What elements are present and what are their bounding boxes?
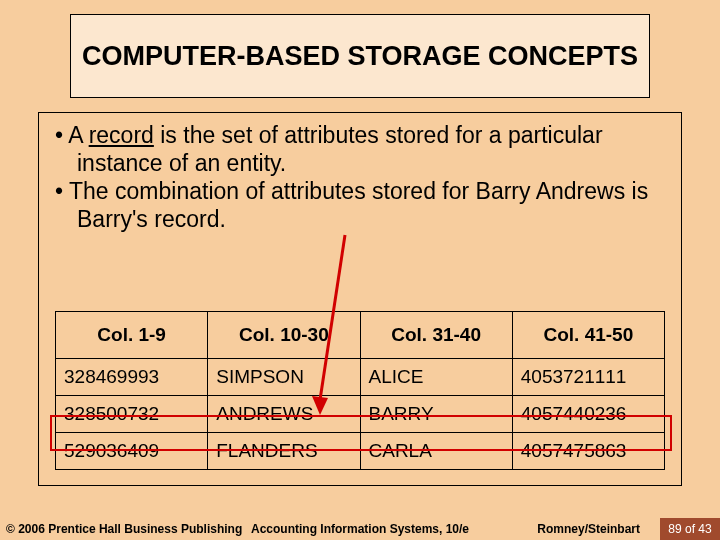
footer: Accounting Information Systems, 10/e © 2… [0, 518, 720, 540]
col-header: Col. 10-30 [208, 312, 360, 359]
table-row: 529036409 FLANDERS CARLA 4057475863 [56, 433, 665, 470]
body-box: A record is the set of attributes stored… [38, 112, 682, 486]
cell: ANDREWS [208, 396, 360, 433]
footer-left: © 2006 Prentice Hall Business Publishing [6, 522, 242, 536]
title-box: COMPUTER-BASED STORAGE CONCEPTS [70, 14, 650, 98]
cell: BARRY [360, 396, 512, 433]
footer-right: Romney/Steinbart [537, 522, 640, 536]
slide-title: COMPUTER-BASED STORAGE CONCEPTS [82, 40, 638, 72]
cell: 4053721111 [512, 359, 664, 396]
bullet-item: The combination of attributes stored for… [55, 177, 665, 233]
page-number: 89 of 43 [660, 518, 720, 540]
col-header: Col. 41-50 [512, 312, 664, 359]
table-header-row: Col. 1-9 Col. 10-30 Col. 31-40 Col. 41-5… [56, 312, 665, 359]
table-row: 328469993 SIMPSON ALICE 4053721111 [56, 359, 665, 396]
cell: 328469993 [56, 359, 208, 396]
cell: FLANDERS [208, 433, 360, 470]
slide: COMPUTER-BASED STORAGE CONCEPTS A record… [0, 0, 720, 540]
cell: 529036409 [56, 433, 208, 470]
col-header: Col. 31-40 [360, 312, 512, 359]
cell: 328500732 [56, 396, 208, 433]
bullet-list: A record is the set of attributes stored… [55, 121, 665, 233]
table-row: 328500732 ANDREWS BARRY 4057440236 [56, 396, 665, 433]
bullet-item: A record is the set of attributes stored… [55, 121, 665, 177]
cell: 4057475863 [512, 433, 664, 470]
cell: 4057440236 [512, 396, 664, 433]
cell: CARLA [360, 433, 512, 470]
data-table: Col. 1-9 Col. 10-30 Col. 31-40 Col. 41-5… [55, 311, 665, 470]
cell: ALICE [360, 359, 512, 396]
col-header: Col. 1-9 [56, 312, 208, 359]
cell: SIMPSON [208, 359, 360, 396]
